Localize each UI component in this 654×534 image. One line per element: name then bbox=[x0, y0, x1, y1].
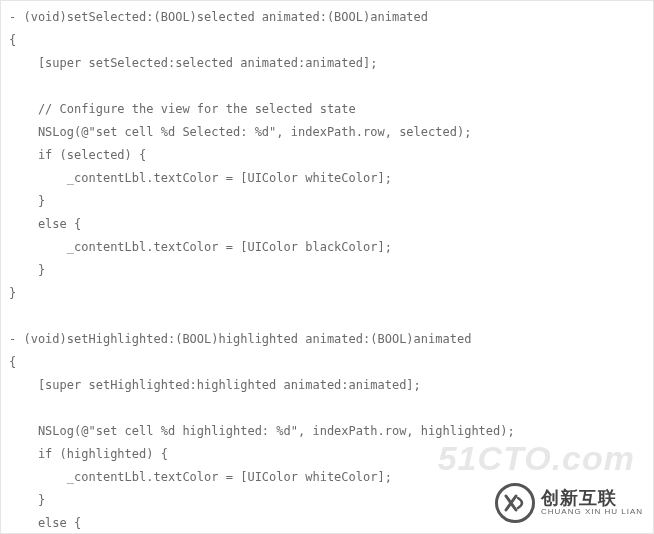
code-block: - (void)setSelected:(BOOL)selected anima… bbox=[9, 6, 645, 534]
code-content: - (void)setSelected:(BOOL)selected anima… bbox=[9, 10, 515, 534]
